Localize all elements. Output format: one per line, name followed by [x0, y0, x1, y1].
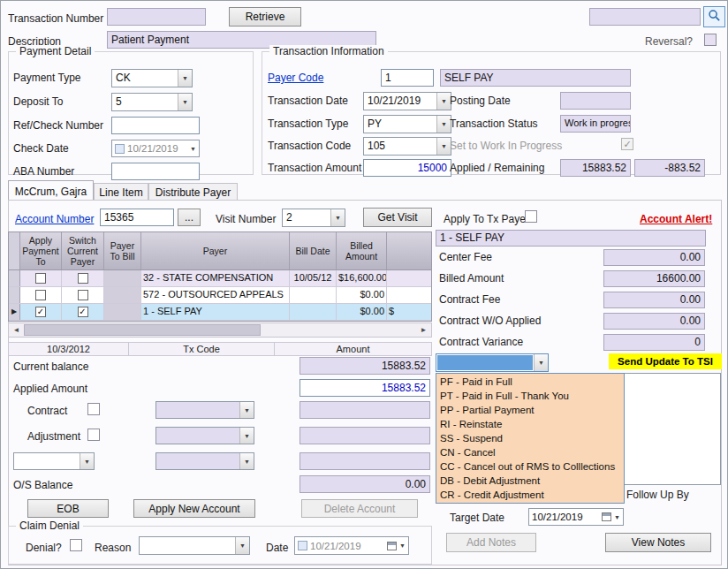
denial-date-picker[interactable]: 10/21/2019 ▼: [294, 536, 409, 555]
transaction-date-combo[interactable]: 10/21/2019 ▼: [363, 92, 451, 110]
column-header: Payer To Bill: [104, 232, 141, 269]
chevron-down-icon: ▼: [239, 453, 254, 469]
contract-checkbox[interactable]: [87, 403, 100, 415]
account-number-input[interactable]: [100, 209, 174, 226]
adjustment-label: Adjustment: [27, 430, 80, 443]
status-option[interactable]: CN - Cancel: [436, 445, 624, 459]
delete-account-button[interactable]: Delete Account: [301, 499, 418, 518]
payer-code-input[interactable]: [381, 69, 434, 87]
billed-amount-label: Billed Amount: [439, 272, 504, 284]
apply-payment-checkbox[interactable]: ✓: [35, 307, 46, 317]
extra-cell: $: [387, 304, 432, 320]
tab-mccrum-gajra[interactable]: McCrum, Gajra: [8, 180, 94, 200]
visit-number-combo[interactable]: 2 ▼: [282, 209, 345, 227]
chevron-down-icon: ▼: [614, 514, 620, 520]
account-alert-link[interactable]: Account Alert!: [640, 213, 712, 225]
search-button[interactable]: [703, 6, 725, 27]
transaction-type-combo[interactable]: PY ▼: [363, 115, 451, 133]
row-selector-header: [9, 232, 20, 269]
transaction-amount-input[interactable]: [363, 159, 451, 177]
target-date-picker[interactable]: 10/21/2019 ▼: [528, 508, 624, 526]
visit-number-value: 2: [283, 209, 330, 226]
switch-payer-checkbox[interactable]: ✓: [78, 307, 88, 317]
denial-date-checkbox[interactable]: [298, 541, 307, 550]
column-header: Billed Amount: [337, 232, 387, 269]
tab-distribute-payer[interactable]: Distribute Payer: [148, 183, 238, 200]
apply-new-account-button[interactable]: Apply New Account: [133, 499, 255, 518]
reversal-checkbox[interactable]: [704, 34, 717, 46]
reversal-label: Reversal?: [645, 35, 693, 48]
transaction-type-label: Transaction Type: [268, 118, 348, 130]
column-header: Bill Date: [290, 232, 337, 269]
payer-name-field: SELF PAY: [440, 69, 631, 87]
center-fee-field: 0.00: [603, 249, 705, 266]
retrieve-button[interactable]: Retrieve: [229, 7, 301, 27]
status-option[interactable]: DB - Debit Adjustment: [436, 474, 624, 488]
chevron-down-icon: ▼: [534, 354, 548, 371]
contract-wo-applied-label: Contract W/O Applied: [439, 315, 541, 327]
reason-combo[interactable]: ▼: [139, 536, 250, 555]
column-header: Payer: [141, 232, 290, 269]
payment-type-combo[interactable]: CK ▼: [111, 69, 193, 87]
applied-field: 15883.52: [560, 159, 631, 177]
status-option[interactable]: CR - Credit Adjustment: [436, 488, 624, 502]
denial-checkbox[interactable]: [70, 539, 82, 551]
check-date-picker[interactable]: 10/21/2019 ▼: [111, 140, 200, 157]
status-combo[interactable]: ▼: [436, 353, 549, 372]
payer-code-link[interactable]: Payer Code: [268, 72, 323, 84]
account-number-link[interactable]: Account Number: [15, 213, 94, 225]
adjustment-txcode-combo[interactable]: ▼: [155, 427, 254, 444]
transaction-number-label: Transaction Number: [8, 12, 103, 25]
scroll-left-icon[interactable]: ◄: [9, 323, 24, 337]
apply-payment-checkbox[interactable]: [35, 290, 46, 300]
add-notes-button[interactable]: Add Notes: [446, 533, 536, 552]
payment-detail-title: Payment Detail: [16, 45, 95, 57]
payer-grid-row[interactable]: 572 - OUTSOURCED APPEALS $0.00: [9, 287, 431, 304]
status-option[interactable]: CC - Cancel out of RMS to Colllections: [436, 459, 624, 474]
center-fee-label: Center Fee: [439, 251, 492, 263]
deposit-to-combo[interactable]: 5 ▼: [111, 93, 193, 111]
scrollbar-thumb[interactable]: [24, 324, 261, 336]
chevron-down-icon: ▼: [178, 94, 192, 110]
tab-line-item[interactable]: Line Item: [94, 183, 148, 200]
deposit-to-label: Deposit To: [13, 95, 63, 108]
contract-txcode-combo[interactable]: ▼: [155, 401, 254, 419]
aba-number-label: ABA Number: [13, 165, 74, 178]
extra-type-combo[interactable]: ▼: [13, 452, 95, 470]
denial-date-label: Date: [266, 542, 288, 554]
check-icon: ✓: [623, 139, 631, 149]
check-date-checkbox[interactable]: [115, 144, 125, 154]
payer-grid-row[interactable]: 32 - STATE COMPENSATION 10/05/12 $16,600…: [9, 270, 431, 287]
switch-payer-checkbox[interactable]: [78, 290, 88, 300]
apply-payment-checkbox[interactable]: [35, 273, 46, 284]
transaction-code-combo[interactable]: 105 ▼: [363, 137, 451, 156]
status-option[interactable]: SS - Suspend: [436, 431, 624, 445]
billed-amount-field: 16600.00: [603, 270, 705, 287]
status-option[interactable]: PP - Partial Payment: [436, 403, 624, 417]
switch-payer-checkbox[interactable]: [78, 273, 88, 284]
extra-txcode-combo[interactable]: ▼: [155, 452, 254, 470]
ref-check-number-label: Ref/Check Number: [13, 119, 103, 132]
transaction-code-value: 105: [364, 138, 436, 155]
chevron-down-icon: ▼: [330, 209, 345, 226]
apply-to-tx-payer-checkbox[interactable]: [525, 210, 537, 223]
scroll-right-icon[interactable]: ►: [416, 323, 431, 337]
transaction-date-value: 10/21/2019: [364, 93, 436, 110]
status-option[interactable]: PF - Paid in Full: [436, 375, 624, 389]
status-option[interactable]: RI - Reinstate: [436, 417, 624, 431]
eob-button[interactable]: EOB: [27, 499, 109, 518]
horizontal-scrollbar[interactable]: ◄ ►: [8, 322, 432, 338]
aba-number-input[interactable]: [111, 163, 200, 180]
denial-date-value: 10/21/2019: [310, 541, 384, 551]
browse-button[interactable]: ...: [178, 209, 201, 226]
contract-label: Contract: [27, 405, 67, 417]
ref-check-number-input[interactable]: [111, 117, 200, 134]
payer-to-bill-cell: [104, 304, 141, 320]
get-visit-button[interactable]: Get Visit: [363, 208, 432, 227]
adjustment-checkbox[interactable]: [87, 429, 100, 441]
status-option[interactable]: PT - Paid in Full - Thank You: [436, 389, 624, 403]
view-notes-button[interactable]: View Notes: [605, 533, 711, 552]
column-header: Switch Current Payer: [62, 232, 104, 269]
payer-grid-row-selected[interactable]: ▶ ✓ ✓ 1 - SELF PAY $0.00 $: [9, 304, 431, 321]
applied-amount-input[interactable]: [300, 379, 430, 397]
